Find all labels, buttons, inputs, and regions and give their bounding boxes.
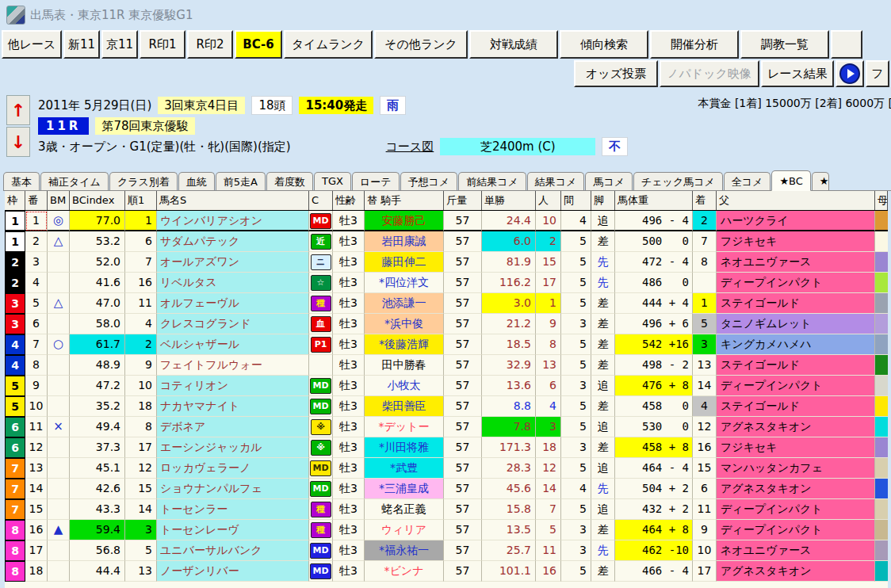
toolbar2-button-レース結果[interactable]: レース結果 xyxy=(761,60,834,87)
toolbar-button-他レース[interactable]: 他レース xyxy=(2,30,62,59)
bc-index: 45.1 xyxy=(70,458,125,479)
toolbar2-button-オッズ投票[interactable]: オッズ投票 xyxy=(574,60,658,87)
damsire-color-sliver xyxy=(875,273,888,293)
horse-number: 6 xyxy=(25,314,48,334)
mark-icon-MD: MD xyxy=(310,563,331,579)
last-finish xyxy=(693,273,717,293)
course-map-link[interactable]: コース図 xyxy=(386,139,434,155)
running-style: 先 xyxy=(591,479,615,499)
popularity: 10 xyxy=(536,211,561,231)
damsire-color-sliver xyxy=(875,293,888,314)
toolbar-button-R印1[interactable]: R印1 xyxy=(140,30,185,59)
carried-weight: 57 xyxy=(444,437,482,458)
mark-icon-ニ: ニ xyxy=(311,254,331,270)
win-odds: 21.2 xyxy=(482,314,536,334)
tab-クラス別着[interactable]: クラス別着 xyxy=(109,172,178,190)
tab-基本[interactable]: 基本 xyxy=(3,172,40,190)
horse-row-6[interactable]: 3658.04クレスコグランド血牡3*浜中俊5721.293差496 + 65タ… xyxy=(5,314,888,334)
tab-★BC[interactable]: ★BC xyxy=(771,170,810,191)
horse-row-10[interactable]: 51035.218ナカヤマナイトMD牡3柴田善臣578.845差458 04ステ… xyxy=(5,396,888,417)
running-style: 差 xyxy=(591,231,615,252)
horse-name: ショウナンパルフェ xyxy=(157,479,309,499)
horse-row-16[interactable]: 816▲59.43トーセンレーヴ種牡3ウィリア5713.553差464 + 89… xyxy=(5,520,888,540)
last-finish: 13 xyxy=(693,355,717,376)
tab-血統[interactable]: 血統 xyxy=(178,172,215,190)
frame-number: 6 xyxy=(5,437,25,458)
tab-結果コメ[interactable]: 結果コメ xyxy=(527,172,585,190)
running-style: 差 xyxy=(591,396,615,417)
tab-全コメ[interactable]: 全コメ xyxy=(724,172,771,190)
frame-number: 8 xyxy=(5,540,25,561)
toolbar-button-京11[interactable]: 京11 xyxy=(101,30,138,59)
toolbar-button-blank-12[interactable] xyxy=(831,30,862,59)
horse-number: 3 xyxy=(25,252,48,273)
jockey-name: 蛯名正義 xyxy=(365,499,444,520)
last-finish: 10 xyxy=(693,540,717,561)
bm-mark xyxy=(48,376,70,396)
horse-row-1[interactable]: 11◎77.01ウインバリアシオンMD牡3安藤勝己5724.4104追496 -… xyxy=(5,211,888,231)
tab-チェック馬コメ[interactable]: チェック馬コメ xyxy=(633,172,723,190)
carried-weight: 57 xyxy=(444,499,482,520)
play-race-movie-button[interactable] xyxy=(836,60,864,87)
mark-icon-種: 種 xyxy=(311,522,331,538)
jockey-name: *福永祐一 xyxy=(365,540,444,561)
popularity: 11 xyxy=(536,540,561,561)
toolbar-button-傾向検索[interactable]: 傾向検索 xyxy=(560,30,648,59)
bc-index: 44.4 xyxy=(70,561,125,582)
toolbar-button-新11[interactable]: 新11 xyxy=(63,30,100,59)
horse-row-3[interactable]: 2352.07オールアズワンニ牡3藤田伸二5781.9155先472 - 48ネ… xyxy=(5,252,888,273)
toolbar2-button-フ[interactable]: フ xyxy=(866,60,889,87)
toolbar-button-タイムランク[interactable]: タイムランク xyxy=(284,30,373,59)
weather-chip: 雨 xyxy=(380,96,406,115)
damsire-color-sliver xyxy=(875,458,888,479)
win-odds: 15.8 xyxy=(482,499,536,520)
horse-row-8[interactable]: 4848.99フェイトフルウォー牡3田中勝春5732.9135差498 - 21… xyxy=(5,355,888,376)
horse-row-18[interactable]: 81844.413ノーザンリバーMD牡3*ビンナ57101.1165差466 -… xyxy=(5,561,888,582)
horse-row-17[interactable]: 81756.85ユニバーサルバンクMD牡3*福永祐一5725.7113先462 … xyxy=(5,540,888,561)
sex-age: 牡3 xyxy=(333,520,365,540)
bc-rank: 11 xyxy=(125,293,157,314)
body-weight: 486 0 xyxy=(615,273,693,293)
horse-row-4[interactable]: 2441.616リベルタス☆牡3*四位洋文57116.2175先486 0ディー… xyxy=(5,273,888,293)
next-race-button[interactable]: ↓ xyxy=(6,127,30,157)
horse-row-9[interactable]: 5947.210コティリオンMD牡3小牧太5713.663追476 + 814デ… xyxy=(5,376,888,396)
col-header-番: 番 xyxy=(25,191,48,210)
frame-number: 5 xyxy=(5,376,25,396)
toolbar-button-その他ランク[interactable]: その他ランク xyxy=(374,30,468,59)
horse-row-14[interactable]: 71442.615ショウナンパルフェMD牡3*三浦皇成5745.6144先504… xyxy=(5,479,888,499)
toolbar2-button-パドック映像[interactable]: ノパドック映像 xyxy=(660,60,759,87)
body-weight: 432 + 2 xyxy=(615,499,693,520)
jockey-name: 安藤勝己 xyxy=(365,211,444,231)
tab-補正タイム[interactable]: 補正タイム xyxy=(40,172,109,190)
horse-name: コティリオン xyxy=(157,376,309,396)
interval: 3 xyxy=(561,540,591,561)
toolbar-button-BC-6[interactable]: BC-6 xyxy=(235,30,282,59)
tab-前結果コメ[interactable]: 前結果コメ xyxy=(458,172,526,190)
tab-予想コメ[interactable]: 予想コメ xyxy=(400,172,458,190)
frame-number: 1 xyxy=(5,231,25,252)
prev-race-button[interactable]: ↑ xyxy=(6,95,30,125)
mark-icon-近: 近 xyxy=(311,234,331,250)
horse-row-7[interactable]: 47○61.72ベルシャザールP1牡3*後藤浩輝5718.585差542 +16… xyxy=(5,334,888,355)
horse-row-13[interactable]: 71345.112ロッカヴェラーノMD牡3*武豊5728.3125追464 - … xyxy=(5,458,888,479)
carried-weight: 57 xyxy=(444,540,482,561)
horse-row-12[interactable]: 61237.317エーシンジャッカル※牡3*川田将雅57171.3183差458… xyxy=(5,437,888,458)
toolbar-button-開催分析[interactable]: 開催分析 xyxy=(650,30,739,59)
horse-row-15[interactable]: 71543.314トーセンラー種牡3蛯名正義5715.875追432 + 211… xyxy=(5,499,888,520)
toolbar-button-対戦成績[interactable]: 対戦成績 xyxy=(469,30,558,59)
tab-前5走A[interactable]: 前5走A xyxy=(216,172,266,190)
tab-ローテ[interactable]: ローテ xyxy=(352,172,400,190)
horse-row-11[interactable]: 611×49.48デボネア※牡3*デットー577.835追530 012アグネス… xyxy=(5,417,888,437)
sire-name: キングカメハメハ xyxy=(717,334,875,355)
interval: 5 xyxy=(561,396,591,417)
horse-row-2[interactable]: 12△53.26サダムパテック近牡3岩田康誠576.025差500 07フジキセ… xyxy=(5,231,888,252)
toolbar-button-調教一覧[interactable]: 調教一覧 xyxy=(740,30,829,59)
sex-age: 牡3 xyxy=(333,231,365,252)
tab-TGX[interactable]: TGX xyxy=(314,172,351,190)
tab-着度数[interactable]: 着度数 xyxy=(266,172,313,190)
horse-row-5[interactable]: 35△47.011オルフェーヴル種牡3池添謙一573.015差444 + 41ス… xyxy=(5,293,888,314)
tab-★2[interactable]: ★2 xyxy=(812,172,829,190)
toolbar-button-R印2[interactable]: R印2 xyxy=(187,30,233,59)
horse-number: 4 xyxy=(25,273,48,293)
tab-馬コメ[interactable]: 馬コメ xyxy=(585,172,633,190)
